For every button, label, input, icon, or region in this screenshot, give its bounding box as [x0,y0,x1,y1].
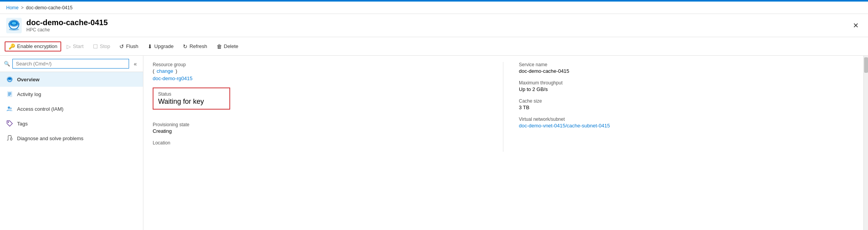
status-box: Status Waiting for key [153,88,230,110]
scrollbar[interactable] [863,56,868,230]
resource-group-paren-close: ) [176,68,177,74]
sidebar-item-iam-label: Access control (IAM) [17,106,64,112]
svg-point-14 [8,122,9,123]
collapse-button[interactable]: « [131,60,139,68]
svg-point-3 [12,22,16,24]
resource-group-field: Resource group (change) doc-demo-rg0415 [153,62,487,81]
info-grid: Resource group (change) doc-demo-rg0415 … [153,62,854,152]
sidebar-item-tags-label: Tags [17,121,28,127]
location-label: Location [153,140,487,146]
close-button[interactable]: ✕ [850,20,862,31]
service-name-field: Service name doc-demo-cache-0415 [519,62,854,74]
main-layout: 🔍 « Overview Activity log Access control… [0,56,868,230]
refresh-icon: ↻ [183,43,188,50]
virtual-network-value-link[interactable]: doc-demo-vnet-0415/cache-subnet-0415 [519,123,610,129]
status-label: Status [158,91,225,97]
overview-icon [6,76,13,83]
delete-button[interactable]: 🗑 Delete [213,41,243,51]
status-field: Status Waiting for key [153,88,487,116]
stop-icon: ☐ [93,43,98,50]
sidebar-item-diagnose-label: Diagnose and solve problems [17,136,83,141]
sidebar-item-iam[interactable]: Access control (IAM) [0,101,143,116]
info-left: Resource group (change) doc-demo-rg0415 … [153,62,503,152]
max-throughput-field: Maximum throughput Up to 2 GB/s [519,80,854,92]
sidebar-item-overview-label: Overview [17,77,40,82]
virtual-network-label: Virtual network/subnet [519,117,854,122]
location-field: Location [153,140,487,146]
tags-icon [6,120,13,127]
start-button[interactable]: ▷ Start [63,41,87,51]
resource-group-paren-open: ( [153,68,154,74]
virtual-network-field: Virtual network/subnet doc-demo-vnet-041… [519,117,854,129]
status-value: Waiting for key [158,98,225,106]
search-input[interactable] [12,59,129,69]
svg-point-7 [8,78,11,80]
provisioning-state-value: Creating [153,128,487,134]
cache-size-field: Cache size 3 TB [519,98,854,110]
enable-encryption-button[interactable]: 🔑 Enable encryption [5,41,61,51]
sidebar-item-overview[interactable]: Overview [0,72,143,87]
upgrade-button[interactable]: ⬇ Upgrade [144,41,177,51]
flush-icon: ↺ [119,43,124,50]
provisioning-state-field: Provisioning state Creating [153,122,487,134]
diagnose-icon [6,135,13,142]
resource-group-label: Resource group [153,62,487,67]
search-bar: 🔍 « [0,56,143,72]
refresh-button[interactable]: ↻ Refresh [179,41,211,51]
toolbar: 🔑 Enable encryption ▷ Start ☐ Stop ↺ Flu… [0,37,868,56]
cache-size-value: 3 TB [519,105,854,110]
breadcrumb-separator: > [21,5,24,10]
content-area: Resource group (change) doc-demo-rg0415 … [143,56,863,230]
sidebar-item-activity-log-label: Activity log [17,91,41,97]
svg-point-13 [10,108,12,110]
sidebar-item-activity-log[interactable]: Activity log [0,87,143,101]
sidebar: 🔍 « Overview Activity log Access control… [0,56,143,230]
cache-size-label: Cache size [519,98,854,104]
search-icon: 🔍 [4,61,10,67]
info-right: Service name doc-demo-cache-0415 Maximum… [503,62,854,152]
sidebar-item-tags[interactable]: Tags [0,116,143,131]
page-subtitle: HPC cache [26,27,108,33]
resource-group-value-link[interactable]: doc-demo-rg0415 [153,76,193,81]
service-name-label: Service name [519,62,854,67]
hpc-cache-icon [6,18,22,33]
start-icon: ▷ [67,43,71,50]
resource-group-change-link[interactable]: change [157,68,173,74]
page-header: doc-demo-cache-0415 HPC cache ✕ [0,14,868,37]
delete-icon: 🗑 [217,43,222,50]
service-name-value: doc-demo-cache-0415 [519,68,854,74]
breadcrumb: Home > doc-demo-cache-0415 [0,2,868,14]
encryption-icon: 🔑 [9,43,15,50]
activity-log-icon [6,91,13,98]
flush-button[interactable]: ↺ Flush [115,41,142,51]
svg-point-12 [8,106,10,109]
max-throughput-label: Maximum throughput [519,80,854,86]
max-throughput-value: Up to 2 GB/s [519,86,854,92]
sidebar-item-diagnose[interactable]: Diagnose and solve problems [0,131,143,146]
stop-button[interactable]: ☐ Stop [89,41,114,51]
breadcrumb-current: doc-demo-cache-0415 [26,5,72,10]
upgrade-icon: ⬇ [148,43,152,50]
svg-point-4 [9,28,19,31]
iam-icon [6,105,13,112]
provisioning-state-label: Provisioning state [153,122,487,127]
breadcrumb-home[interactable]: Home [6,5,19,10]
page-title: doc-demo-cache-0415 [26,18,108,27]
